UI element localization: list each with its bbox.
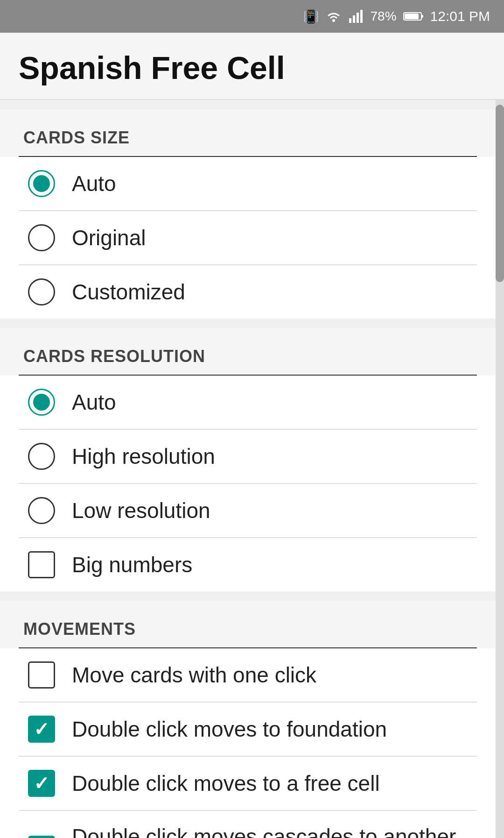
radio-res-auto[interactable]: Auto — [0, 376, 496, 429]
checkbox-freecell[interactable]: ✓ Double click moves to a free cell — [0, 757, 496, 810]
svg-rect-2 — [353, 15, 355, 23]
svg-point-0 — [332, 19, 335, 22]
cards-size-header: CARDS SIZE — [0, 109, 496, 156]
svg-rect-7 — [421, 15, 423, 18]
checkbox-cascades[interactable]: ✓ Double click moves cascades to another… — [0, 811, 496, 838]
checkbox-label-one-click: Move cards with one click — [72, 662, 316, 688]
checkbox-label-foundation: Double click moves to foundation — [72, 717, 387, 742]
svg-rect-6 — [405, 14, 419, 19]
battery-icon — [403, 11, 424, 21]
radio-size-auto[interactable]: Auto — [0, 157, 496, 210]
checkbox-one-click[interactable]: Move cards with one click — [0, 648, 496, 702]
radio-res-high[interactable]: High resolution — [0, 430, 496, 483]
cards-size-section: CARDS SIZE Auto Original — [0, 109, 496, 319]
status-time: 12:01 PM — [430, 8, 490, 24]
battery-percent: 78% — [371, 9, 397, 24]
svg-rect-3 — [357, 13, 359, 23]
checkbox-big-numbers[interactable]: Big numbers — [0, 538, 496, 591]
movements-section: MOVEMENTS Move cards with one click ✓ Do… — [0, 601, 496, 838]
signal-icon — [348, 10, 364, 23]
radio-circle-size-customized — [28, 278, 55, 305]
checkbox-label-cascades: Double click moves cascades to another p… — [72, 824, 468, 838]
checkbox-box-freecell: ✓ — [28, 770, 55, 797]
radio-label-res-auto: Auto — [72, 390, 116, 415]
radio-label-res-high: High resolution — [72, 444, 215, 469]
bg-divider-1 — [0, 100, 496, 109]
checkbox-box-one-click — [28, 661, 55, 689]
radio-circle-res-auto — [28, 389, 55, 416]
radio-circle-size-auto — [28, 170, 55, 197]
cards-resolution-options: Auto High resolution Low resolution — [0, 376, 496, 591]
radio-label-size-auto: Auto — [72, 171, 116, 196]
cards-resolution-section: CARDS RESOLUTION Auto High resolution — [0, 328, 496, 591]
app-header: Spanish Free Cell — [0, 33, 504, 100]
checkbox-label-freecell: Double click moves to a free cell — [72, 771, 380, 796]
svg-rect-4 — [360, 10, 363, 23]
cards-resolution-header: CARDS RESOLUTION — [0, 328, 496, 375]
radio-circle-res-high — [28, 443, 55, 470]
checkbox-box-cascades: ✓ — [28, 836, 55, 838]
checkbox-box-foundation: ✓ — [28, 716, 55, 743]
status-icons: 📳 78% 12:01 PM — [303, 8, 490, 24]
movements-header: MOVEMENTS — [0, 601, 496, 647]
svg-rect-1 — [349, 18, 351, 23]
bg-divider-3 — [0, 591, 496, 601]
scrollbar-thumb[interactable] — [496, 105, 504, 282]
page-title: Spanish Free Cell — [19, 50, 485, 86]
wifi-icon — [326, 10, 342, 23]
radio-label-res-low: Low resolution — [72, 498, 210, 523]
checkmark-foundation: ✓ — [34, 720, 49, 739]
radio-label-size-original: Original — [72, 225, 146, 250]
radio-res-low[interactable]: Low resolution — [0, 484, 496, 537]
status-bar: 📳 78% 12:01 PM — [0, 0, 504, 33]
cards-size-options: Auto Original Customized — [0, 157, 496, 319]
radio-inner-res-auto — [33, 394, 50, 411]
checkmark-freecell: ✓ — [34, 774, 49, 793]
radio-label-size-customized: Customized — [72, 279, 185, 305]
settings-list: CARDS SIZE Auto Original — [0, 100, 496, 838]
scrollbar-track[interactable] — [496, 100, 504, 838]
bg-divider-2 — [0, 319, 496, 328]
radio-circle-res-low — [28, 497, 55, 524]
checkbox-foundation[interactable]: ✓ Double click moves to foundation — [0, 703, 496, 756]
radio-size-original[interactable]: Original — [0, 211, 496, 264]
radio-inner-size-auto — [33, 175, 50, 192]
vibrate-icon: 📳 — [303, 9, 319, 24]
movements-options: Move cards with one click ✓ Double click… — [0, 648, 496, 838]
radio-size-customized[interactable]: Customized — [0, 265, 496, 319]
radio-circle-size-original — [28, 224, 55, 251]
main-content: CARDS SIZE Auto Original — [0, 100, 504, 838]
checkbox-label-big-numbers: Big numbers — [72, 552, 192, 577]
checkbox-box-big-numbers — [28, 551, 55, 578]
